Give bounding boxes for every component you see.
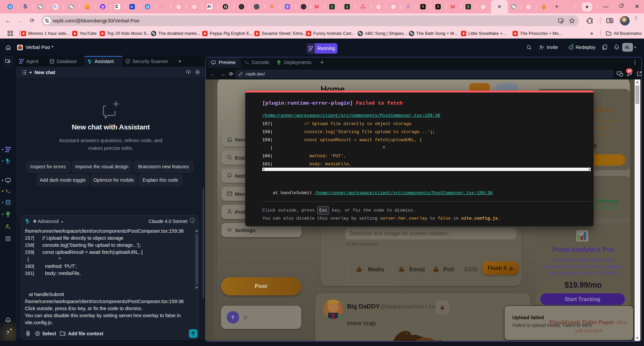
svg-text:?: ? bbox=[6, 330, 9, 335]
